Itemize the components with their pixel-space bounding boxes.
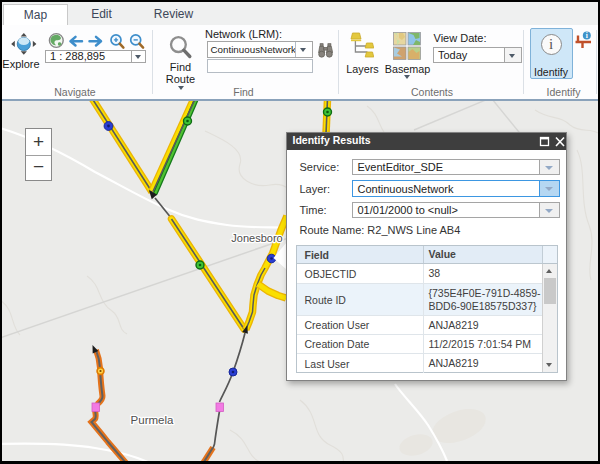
svg-text:Purmela: Purmela <box>131 414 174 426</box>
svg-text:i: i <box>586 31 588 40</box>
svg-text:Jonesboro: Jonesboro <box>231 232 282 244</box>
